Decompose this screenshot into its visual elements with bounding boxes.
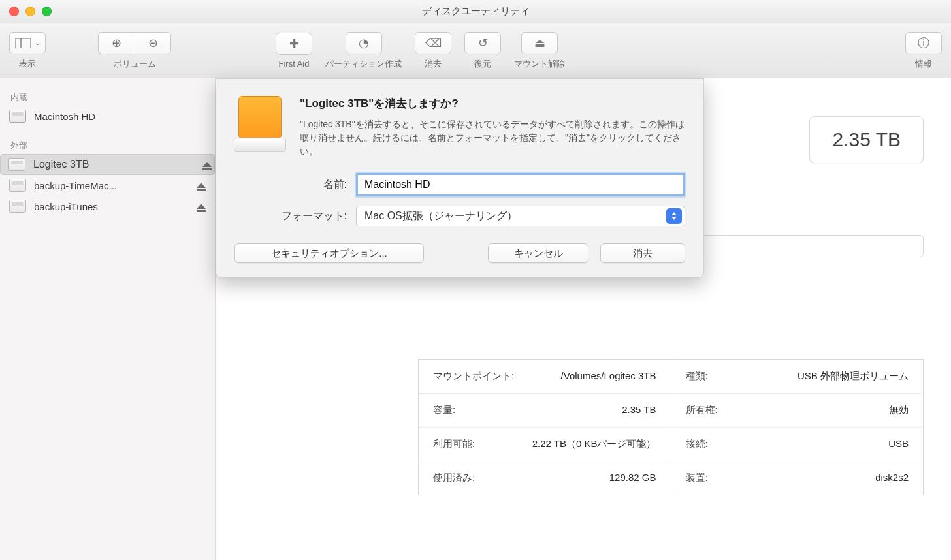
external-disk-icon <box>8 158 25 171</box>
toolbar-info: ⓘ 情報 <box>905 32 942 70</box>
volume-remove-button[interactable]: ⊖ <box>135 32 171 54</box>
eject-icon[interactable] <box>202 162 212 167</box>
info-row-capacity: 容量:2.35 TB <box>419 394 671 428</box>
firstaid-button[interactable]: ✚ <box>276 33 312 55</box>
sidebar-item-label: backup-iTunes <box>34 201 98 212</box>
disk-minus-icon: ⊖ <box>148 36 158 50</box>
security-options-button[interactable]: セキュリティオプション... <box>234 243 424 263</box>
svg-rect-0 <box>15 38 21 48</box>
info-table: マウントポイント:/Volumes/Logitec 3TB 容量:2.35 TB… <box>418 359 924 495</box>
dialog-title: "Logitec 3TB"を消去しますか? <box>300 96 685 111</box>
toolbar-view: ⌄ 表示 <box>9 32 46 70</box>
eject-icon[interactable] <box>197 204 206 209</box>
info-row-owner: 所有権:無効 <box>671 394 924 428</box>
firstaid-label: First Aid <box>279 59 310 69</box>
erase-dialog: "Logitec 3TB"を消去しますか? "Logitec 3TB"を消去する… <box>216 78 704 278</box>
info-row-used: 使用済み:129.82 GB <box>419 461 671 495</box>
toolbar-firstaid: ✚ First Aid <box>276 33 312 69</box>
info-row-conn: 接続:USB <box>671 428 924 461</box>
svg-rect-1 <box>21 38 31 48</box>
info-row-mount: マウントポイント:/Volumes/Logitec 3TB <box>419 360 671 394</box>
info-icon: ⓘ <box>918 35 929 51</box>
pie-icon: ◔ <box>359 36 369 50</box>
info-row-available: 利用可能:2.22 TB（0 KBパージ可能） <box>419 428 671 461</box>
toolbar-volume: ⊕ ⊖ ボリューム <box>98 32 171 70</box>
external-drive-icon <box>234 96 285 159</box>
chevron-updown-icon <box>666 208 682 224</box>
eject-icon[interactable] <box>197 183 206 188</box>
volume-add-button[interactable]: ⊕ <box>98 32 135 54</box>
toolbar: ⌄ 表示 ⊕ ⊖ ボリューム ✚ First Aid ◔ パーティション作成 ⌫… <box>0 23 951 78</box>
unmount-label: マウント解除 <box>514 58 565 70</box>
sidebar-item-logitec[interactable]: Logitec 3TB <box>0 154 215 175</box>
erase-confirm-button[interactable]: 消去 <box>600 243 685 263</box>
sidebar-item-label: Macintosh HD <box>34 111 95 122</box>
toolbar-partition: ◔ パーティション作成 <box>325 32 402 70</box>
sidebar-item-backup-itunes[interactable]: backup-iTunes <box>0 196 215 217</box>
volume-label: ボリューム <box>114 58 156 70</box>
info-col-left: マウントポイント:/Volumes/Logitec 3TB 容量:2.35 TB… <box>419 360 671 495</box>
sidebar: 内蔵 Macintosh HD 外部 Logitec 3TB backup-Ti… <box>0 78 216 560</box>
toolbar-erase: ⌫ 消去 <box>415 32 451 70</box>
cancel-button[interactable]: キャンセル <box>488 243 588 263</box>
titlebar: ディスクユーティリティ <box>0 0 951 23</box>
eject-icon: ⏏ <box>534 36 545 50</box>
eraser-icon: ⌫ <box>425 36 442 50</box>
disk-plus-icon: ⊕ <box>112 36 121 50</box>
toolbar-restore: ↺ 復元 <box>464 32 501 70</box>
sidebar-item-macintosh-hd[interactable]: Macintosh HD <box>0 106 215 127</box>
name-input[interactable] <box>356 173 685 196</box>
internal-disk-icon <box>9 110 26 123</box>
unmount-button[interactable]: ⏏ <box>521 32 558 54</box>
format-select[interactable]: Mac OS拡張（ジャーナリング） <box>356 206 685 226</box>
restore-label: 復元 <box>474 58 491 70</box>
external-disk-icon <box>9 200 26 213</box>
content: 内蔵 Macintosh HD 外部 Logitec 3TB backup-Ti… <box>0 78 951 560</box>
partition-label: パーティション作成 <box>325 58 402 70</box>
dialog-description: "Logitec 3TB"を消去すると、そこに保存されているデータがすべて削除さ… <box>300 117 685 159</box>
stethoscope-icon: ✚ <box>289 37 299 51</box>
main-pane: 2.35 TB マウントポイント:/Volumes/Logitec 3TB 容量… <box>216 78 951 560</box>
format-label: フォーマット: <box>234 210 356 223</box>
info-button[interactable]: ⓘ <box>905 32 942 54</box>
name-label: 名前: <box>234 178 356 192</box>
sidebar-item-label: backup-TimeMac... <box>34 180 117 191</box>
format-value: Mac OS拡張（ジャーナリング） <box>364 210 517 223</box>
view-button[interactable]: ⌄ <box>9 32 46 54</box>
info-label: 情報 <box>915 58 932 70</box>
sidebar-item-backup-tm[interactable]: backup-TimeMac... <box>0 175 215 196</box>
info-row-type: 種類:USB 外部物理ボリューム <box>671 360 924 394</box>
undo-icon: ↺ <box>478 36 488 50</box>
window-title: ディスクユーティリティ <box>0 5 951 18</box>
info-col-right: 種類:USB 外部物理ボリューム 所有権:無効 接続:USB 装置:disk2s… <box>671 360 924 495</box>
sidebar-header-internal: 内蔵 <box>0 86 215 106</box>
erase-label: 消去 <box>425 58 442 70</box>
erase-button[interactable]: ⌫ <box>415 32 451 54</box>
partition-button[interactable]: ◔ <box>346 32 382 54</box>
external-disk-icon <box>9 179 26 192</box>
sidebar-item-label: Logitec 3TB <box>33 159 89 170</box>
capacity-chip: 2.35 TB <box>809 116 924 163</box>
view-label: 表示 <box>19 58 36 70</box>
sidebar-header-external: 外部 <box>0 134 215 154</box>
restore-button[interactable]: ↺ <box>464 32 501 54</box>
toolbar-unmount: ⏏ マウント解除 <box>514 32 565 70</box>
info-row-device: 装置:disk2s2 <box>671 461 924 495</box>
